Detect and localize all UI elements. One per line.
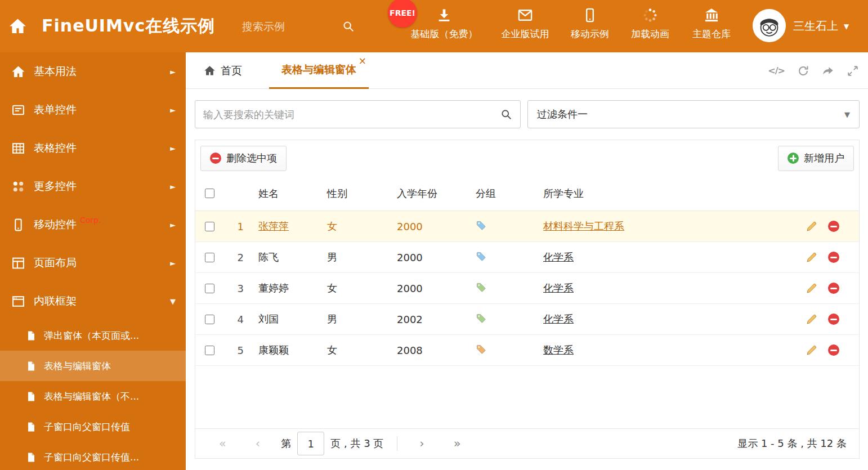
- sidebar-item-label: 更多控件: [34, 179, 77, 194]
- page-suffix-label: 页 , 共 3 页: [330, 437, 383, 450]
- gender-cell: 男: [316, 250, 386, 264]
- sidebar-item-more-controls[interactable]: 更多控件 ►: [0, 167, 186, 205]
- major-link[interactable]: 材料科学与工程系: [543, 220, 624, 232]
- keyword-search-input[interactable]: [203, 109, 500, 120]
- column-header-name: 姓名: [247, 187, 316, 200]
- layout-icon: [11, 256, 25, 270]
- corp-badge: Corp.: [80, 216, 101, 225]
- major-link[interactable]: 化学系: [543, 251, 574, 263]
- delete-row-icon[interactable]: [827, 220, 840, 232]
- row-checkbox[interactable]: [205, 222, 214, 231]
- page-number-input[interactable]: [297, 432, 324, 455]
- nav-label: 企业版试用: [502, 28, 549, 41]
- delete-row-icon[interactable]: [827, 344, 840, 356]
- home-logo-icon[interactable]: [8, 17, 27, 35]
- edit-pencil-icon[interactable]: [806, 220, 818, 232]
- iframe-icon: [11, 294, 25, 308]
- row-number: 5: [223, 344, 247, 356]
- user-avatar[interactable]: [753, 9, 786, 42]
- sidebar-subitem-label: 表格与编辑窗体: [44, 360, 111, 373]
- table-row[interactable]: 4 刘国 男 2002 化学系: [195, 304, 859, 335]
- table-row[interactable]: 5 康颖颖 女 2008 数学系: [195, 335, 859, 366]
- delete-selected-button[interactable]: 删除选中项: [200, 146, 287, 171]
- delete-row-icon[interactable]: [827, 251, 840, 263]
- student-name-link[interactable]: 张萍萍: [258, 220, 289, 232]
- sidebar-nav: 基本用法 ► 表单控件 ► 表格控件 ► 更多控件 ► 移动控件 Corp. ►…: [0, 52, 186, 470]
- header-search: [242, 0, 355, 52]
- sidebar-item-iframe[interactable]: 内联框架 ▼: [0, 282, 186, 320]
- edit-pencil-icon[interactable]: [806, 344, 818, 356]
- tag-icon: [476, 251, 486, 262]
- user-name: 三生石上: [793, 19, 838, 34]
- mobile-icon: [11, 218, 25, 232]
- row-checkbox[interactable]: [205, 346, 214, 355]
- major-link[interactable]: 化学系: [543, 282, 574, 294]
- select-all-checkbox[interactable]: [205, 189, 214, 198]
- tab-home[interactable]: 首页: [202, 52, 244, 89]
- search-icon[interactable]: [342, 20, 355, 33]
- sidebar-subitem-child-to-parent-2[interactable]: 子窗口向父窗口传值...: [0, 442, 186, 470]
- source-code-icon[interactable]: </>: [768, 65, 785, 76]
- major-link[interactable]: 化学系: [543, 313, 574, 325]
- add-user-button[interactable]: 新增用户: [778, 146, 854, 171]
- nav-item-enterprise-trial[interactable]: 企业版试用: [489, 7, 562, 41]
- sidebar-subitem-child-to-parent[interactable]: 子窗口向父窗口传值: [0, 411, 186, 442]
- sidebar-item-label: 内联框架: [34, 294, 77, 308]
- delete-row-icon[interactable]: [827, 313, 840, 325]
- student-name-link[interactable]: 刘国: [258, 313, 279, 325]
- row-checkbox[interactable]: [205, 284, 214, 293]
- document-icon: [26, 391, 37, 402]
- pager-first-icon[interactable]: «: [204, 437, 241, 450]
- sidebar-item-mobile-controls[interactable]: 移动控件 Corp. ►: [0, 205, 186, 244]
- sidebar-item-grid-controls[interactable]: 表格控件 ►: [0, 129, 186, 167]
- row-checkbox[interactable]: [205, 315, 214, 324]
- caret-down-icon: ▼: [844, 110, 850, 119]
- table-row[interactable]: 2 陈飞 男 2000 化学系: [195, 242, 859, 273]
- student-name-link[interactable]: 董婷婷: [258, 282, 289, 294]
- share-icon[interactable]: [822, 65, 834, 77]
- edit-pencil-icon[interactable]: [806, 251, 818, 263]
- widgets-icon: [11, 180, 25, 194]
- expand-icon[interactable]: [847, 65, 859, 77]
- nav-label: 加载动画: [631, 28, 669, 41]
- major-link[interactable]: 数学系: [543, 344, 574, 356]
- column-header-year: 入学年份: [386, 187, 464, 200]
- grid-panel: 删除选中项 新增用户 姓名 性别 入学年份 分组 所学专业 1 张萍萍 女 20…: [195, 140, 860, 459]
- divider: [397, 436, 397, 451]
- sidebar-subitem-grid-edit-window[interactable]: 表格与编辑窗体: [0, 351, 186, 381]
- delete-row-icon[interactable]: [827, 282, 840, 294]
- chevron-right-icon: ►: [170, 182, 176, 191]
- caret-down-icon: ▼: [844, 23, 849, 30]
- sidebar-subitem-popup-window[interactable]: 弹出窗体（本页面或...: [0, 320, 186, 351]
- spinner-icon: [642, 7, 658, 23]
- gender-cell: 女: [316, 343, 386, 357]
- refresh-icon[interactable]: [797, 65, 809, 77]
- search-icon[interactable]: [500, 109, 512, 120]
- filter-dropdown[interactable]: 过滤条件一 ▼: [527, 100, 860, 128]
- sidebar-item-form-controls[interactable]: 表单控件 ►: [0, 91, 186, 129]
- sidebar-item-page-layout[interactable]: 页面布局 ►: [0, 244, 186, 282]
- filter-dropdown-value: 过滤条件一: [537, 108, 588, 121]
- student-name-link[interactable]: 陈飞: [258, 251, 279, 263]
- app-title: FineUIMvc在线示例: [42, 0, 215, 52]
- tab-grid-edit-window[interactable]: 表格与编辑窗体 ×: [269, 52, 369, 89]
- pager-next-icon[interactable]: ›: [405, 437, 439, 450]
- table-row[interactable]: 3 董婷婷 女 2000 化学系: [195, 273, 859, 304]
- student-name-link[interactable]: 康颖颖: [258, 344, 289, 356]
- pager-prev-icon[interactable]: ‹: [241, 437, 275, 450]
- header-search-input[interactable]: [242, 20, 326, 33]
- nav-item-loading-animation[interactable]: 加载动画: [622, 7, 678, 41]
- nav-item-theme-repo[interactable]: 主题仓库: [683, 7, 740, 41]
- user-menu[interactable]: 三生石上 ▼: [793, 0, 849, 52]
- row-checkbox[interactable]: [205, 253, 214, 262]
- sidebar-subitem-grid-edit-window-2[interactable]: 表格与编辑窗体（不...: [0, 381, 186, 411]
- pager-last-icon[interactable]: »: [439, 437, 476, 450]
- nav-item-mobile-demo[interactable]: 移动示例: [562, 7, 618, 41]
- edit-pencil-icon[interactable]: [806, 282, 818, 294]
- row-number: 4: [223, 314, 247, 325]
- sidebar-item-basic-usage[interactable]: 基本用法 ►: [0, 52, 186, 91]
- row-number: 1: [223, 221, 247, 232]
- edit-pencil-icon[interactable]: [806, 313, 818, 325]
- table-row[interactable]: 1 张萍萍 女 2000 材料科学与工程系: [195, 211, 859, 242]
- close-icon[interactable]: ×: [359, 56, 366, 66]
